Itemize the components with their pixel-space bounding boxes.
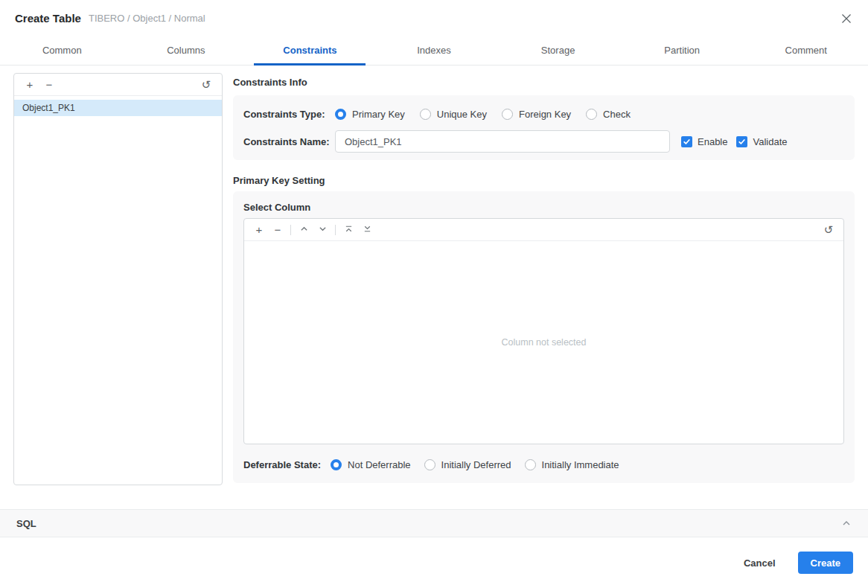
tab-storage[interactable]: Storage: [496, 36, 620, 65]
move-to-top-icon: [344, 224, 354, 235]
tab-columns[interactable]: Columns: [124, 36, 249, 65]
dialog-breadcrumb: TIBERO / Object1 / Normal: [89, 13, 205, 24]
radio-icon: [420, 109, 431, 120]
radio-label: Initially Immediate: [542, 459, 619, 470]
plus-icon: +: [27, 79, 33, 90]
chevron-up-icon: [299, 224, 309, 235]
column-empty-state: Column not selected: [244, 241, 843, 444]
constraints-detail: Constraints Info Constraints Type: Prima…: [233, 73, 855, 483]
checkbox-icon: [681, 136, 692, 147]
tab-indexes[interactable]: Indexes: [372, 36, 497, 65]
radio-label: Unique Key: [437, 109, 487, 120]
radio-primary-key[interactable]: Primary Key: [335, 109, 405, 120]
radio-unique-key[interactable]: Unique Key: [420, 109, 487, 120]
deferrable-state-row: Deferrable State: Not Deferrable Initial…: [243, 453, 844, 476]
tab-label: Constraints: [283, 45, 336, 56]
dialog-header: Create Table TIBERO / Object1 / Normal: [0, 0, 868, 36]
constraints-name-input[interactable]: [335, 130, 670, 153]
constraints-type-label: Constraints Type:: [243, 109, 335, 120]
move-down-button[interactable]: [316, 224, 328, 236]
toolbar-divider: [335, 225, 336, 235]
move-up-button[interactable]: [298, 224, 310, 236]
radio-icon: [335, 109, 346, 120]
radio-icon: [502, 109, 513, 120]
cancel-button[interactable]: Cancel: [744, 557, 776, 569]
close-button[interactable]: [840, 13, 852, 25]
constraint-list-toolbar: + − ↺: [14, 74, 222, 96]
tab-label: Common: [42, 45, 82, 56]
primary-key-setting-panel: Select Column + − ↺: [233, 191, 855, 483]
refresh-columns-button[interactable]: ↺: [823, 224, 835, 236]
checkbox-label: Enable: [698, 136, 727, 147]
deferrable-state-label: Deferrable State:: [243, 459, 321, 470]
radio-label: Primary Key: [352, 109, 405, 120]
create-button[interactable]: Create: [798, 552, 853, 574]
sql-section-label: SQL: [16, 518, 36, 529]
constraints-info-title: Constraints Info: [233, 77, 855, 88]
constraints-info-panel: Constraints Type: Primary Key Unique Key…: [233, 95, 855, 160]
radio-check[interactable]: Check: [586, 109, 631, 120]
list-item-constraint[interactable]: Object1_PK1: [14, 100, 222, 116]
radio-label: Initially Deferred: [441, 459, 511, 470]
tab-label: Storage: [541, 45, 575, 56]
radio-initially-immediate[interactable]: Initially Immediate: [525, 459, 619, 470]
sql-section-toggle[interactable]: SQL: [0, 509, 868, 537]
move-to-bottom-button[interactable]: [361, 224, 373, 236]
radio-icon: [586, 109, 597, 120]
radio-not-deferrable[interactable]: Not Deferrable: [331, 459, 411, 470]
tab-label: Comment: [785, 45, 827, 56]
dialog-footer: Cancel Create: [744, 552, 853, 574]
collapse-chevron-up-icon: [841, 518, 852, 528]
constraints-type-group: Primary Key Unique Key Foreign Key Check: [335, 109, 631, 120]
add-constraint-button[interactable]: +: [24, 79, 36, 91]
plus-icon: +: [256, 224, 263, 235]
radio-foreign-key[interactable]: Foreign Key: [502, 109, 571, 120]
enable-checkbox[interactable]: Enable: [681, 136, 727, 147]
chevron-down-icon: [318, 224, 328, 235]
radio-icon: [424, 459, 435, 470]
constraints-name-label: Constraints Name:: [243, 136, 335, 147]
remove-column-button[interactable]: −: [272, 224, 284, 236]
refresh-constraints-button[interactable]: ↺: [200, 79, 212, 91]
close-icon: [841, 13, 852, 26]
select-column-label: Select Column: [243, 202, 844, 213]
remove-constraint-button[interactable]: −: [43, 79, 55, 91]
primary-key-setting-title: Primary Key Setting: [233, 175, 855, 186]
tab-constraints[interactable]: Constraints: [248, 36, 372, 65]
radio-label: Foreign Key: [519, 109, 571, 120]
constraints-type-row: Constraints Type: Primary Key Unique Key…: [243, 103, 844, 125]
minus-icon: −: [46, 79, 53, 90]
deferrable-state-group: Not Deferrable Initially Deferred Initia…: [331, 459, 619, 470]
validate-checkbox[interactable]: Validate: [736, 136, 787, 147]
radio-label: Not Deferrable: [348, 459, 411, 470]
move-to-bottom-icon: [363, 224, 372, 235]
select-column-box: + − ↺ Column not selected: [243, 218, 844, 444]
tab-partition[interactable]: Partition: [620, 36, 744, 65]
constraints-name-row: Constraints Name: Enable Validate: [243, 130, 844, 153]
add-column-button[interactable]: +: [253, 224, 265, 236]
select-column-toolbar: + − ↺: [244, 219, 843, 241]
refresh-icon: ↺: [824, 224, 834, 235]
checkbox-icon: [736, 136, 747, 147]
checkbox-label: Validate: [753, 136, 787, 147]
radio-icon: [525, 459, 536, 470]
tab-label: Columns: [167, 45, 205, 56]
move-to-top-button[interactable]: [342, 224, 354, 236]
tab-common[interactable]: Common: [0, 36, 124, 65]
tab-bar: Common Columns Constraints Indexes Stora…: [0, 36, 868, 65]
radio-initially-deferred[interactable]: Initially Deferred: [424, 459, 511, 470]
minus-icon: −: [275, 224, 281, 235]
radio-icon: [331, 459, 342, 470]
tab-label: Partition: [664, 45, 700, 56]
tab-label: Indexes: [417, 45, 451, 56]
tab-comment[interactable]: Comment: [744, 36, 868, 65]
constraint-list-panel: + − ↺ Object1_PK1: [13, 73, 223, 485]
refresh-icon: ↺: [202, 79, 211, 90]
toolbar-divider: [290, 225, 291, 235]
constraint-list: Object1_PK1: [14, 96, 222, 116]
dialog-title: Create Table: [15, 12, 81, 25]
radio-label: Check: [603, 109, 631, 120]
